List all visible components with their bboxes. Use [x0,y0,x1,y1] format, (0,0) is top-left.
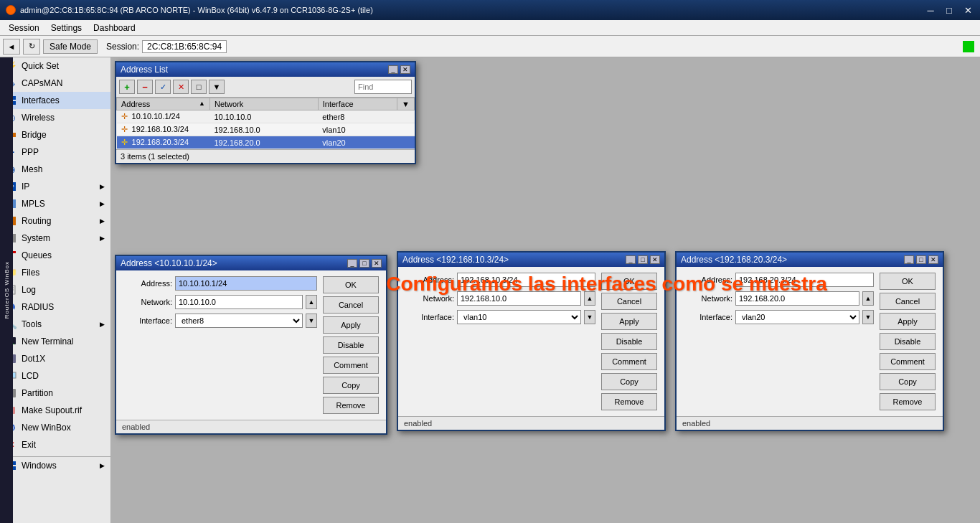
maximize-btn[interactable]: □ [638,255,648,264]
minimize-btn[interactable]: _ [904,255,914,264]
interface-select[interactable]: vlan20 [735,310,859,324]
sidebar-item-mesh[interactable]: ◉ Mesh [0,161,110,178]
sidebar-item-dot1x[interactable]: Dot1X [0,350,110,367]
sidebar-item-bridge[interactable]: Bridge [0,126,110,143]
table-row[interactable]: ✛ 192.168.20.3/24 192.168.20.0 vlan20 [117,136,415,149]
sidebar-item-log[interactable]: Log [0,281,110,298]
address-input[interactable] [735,273,874,287]
sidebar-item-ip[interactable]: IP IP ▶ [0,178,110,195]
sidebar-item-quickset[interactable]: ⚡ Quick Set [0,57,110,75]
mpls-arrow: ▶ [100,200,105,207]
sidebar-item-lcd[interactable]: LCD [0,367,110,385]
back-button[interactable]: ◄ [3,39,20,55]
disable-address-button[interactable]: ✕ [173,80,189,94]
maximize-button[interactable]: □ [943,5,956,16]
apply-button[interactable]: Apply [601,313,657,330]
address-input[interactable] [175,276,317,291]
remove-button[interactable]: Remove [323,397,379,414]
addr-edit-1-titlebar[interactable]: Address <10.10.10.1/24> _ □ ✕ [116,256,386,270]
menu-dashboard[interactable]: Dashboard [88,22,141,34]
close-btn[interactable]: ✕ [928,255,938,264]
sidebar-item-system[interactable]: System ▶ [0,230,110,247]
sidebar-item-mpls[interactable]: MPLS ▶ [0,195,110,212]
addr-edit-2-title: Address <192.168.10.3/24> [402,255,509,265]
disable-button[interactable]: Disable [323,336,379,354]
comment-button[interactable]: Comment [880,353,936,370]
sidebar-item-capsman[interactable]: ◈ CAPsMAN [0,75,110,92]
close-btn[interactable]: ✕ [400,65,410,74]
interface-down-arrow[interactable]: ▼ [862,310,874,324]
close-btn[interactable]: ✕ [650,255,660,264]
network-up-arrow[interactable]: ▲ [306,295,317,309]
cancel-button[interactable]: Cancel [880,293,936,310]
address-input[interactable] [457,273,595,287]
maximize-btn[interactable]: □ [916,255,926,264]
copy-button[interactable]: Copy [880,373,936,390]
sidebar-item-routing[interactable]: Routing ▶ [0,212,110,230]
sidebar-item-makesupout[interactable]: Make Supout.rif [0,402,110,419]
remove-address-button[interactable]: − [137,80,153,94]
addr-edit-2-titlebar[interactable]: Address <192.168.10.3/24> _ □ ✕ [398,253,664,267]
comment-button[interactable]: Comment [601,353,657,370]
ok-button[interactable]: OK [323,276,379,293]
sidebar-item-tools[interactable]: 🔧 Tools ▶ [0,316,110,333]
addr-edit-3-body: Address: Network: ▲ Interface: vlan20 ▼ [677,267,943,416]
cancel-button[interactable]: Cancel [323,296,379,314]
comment-button[interactable]: Comment [323,357,379,374]
copy-address-button[interactable]: □ [191,80,207,94]
enable-address-button[interactable]: ✓ [155,80,171,94]
address-search-input[interactable] [354,80,412,94]
ok-button[interactable]: OK [880,273,936,290]
minimize-btn[interactable]: _ [388,65,398,74]
network-input[interactable] [457,291,581,306]
table-row[interactable]: ✛ 10.10.10.1/24 10.10.10.0 ether8 [117,110,415,123]
minimize-btn[interactable]: _ [347,259,357,268]
sidebar-item-files[interactable]: 📁 Files [0,264,110,281]
safe-mode-button[interactable]: Safe Mode [43,39,98,54]
sidebar-item-newwinbox[interactable]: W New WinBox [0,419,110,436]
sidebar-item-newterminal[interactable]: >_ New Terminal [0,333,110,350]
interface-select[interactable]: ether8 [175,314,303,328]
network-up-arrow[interactable]: ▲ [584,291,595,306]
network-input[interactable] [735,291,859,306]
disable-button[interactable]: Disable [880,333,936,350]
maximize-btn[interactable]: □ [359,259,369,268]
sidebar-item-wireless[interactable]: ◎ Wireless [0,109,110,126]
interface-field-row: Interface: vlan20 ▼ [682,310,874,324]
menu-settings[interactable]: Settings [45,22,88,34]
sidebar-item-partition[interactable]: Partition [0,385,110,402]
add-address-button[interactable]: + [119,80,135,94]
filter-address-button[interactable]: ▼ [209,80,225,94]
interface-select[interactable]: vlan10 [457,310,581,324]
close-btn[interactable]: ✕ [372,259,382,268]
interface-down-arrow[interactable]: ▼ [306,314,317,328]
sidebar-item-windows[interactable]: Windows ▶ [0,456,110,474]
sidebar-item-ppp[interactable]: + PPP [0,143,110,161]
minimize-btn[interactable]: _ [626,255,636,264]
sidebar-item-label: Queues [22,250,52,260]
interface-down-arrow[interactable]: ▼ [584,310,595,324]
menu-session[interactable]: Session [3,22,45,34]
cancel-button[interactable]: Cancel [601,293,657,310]
minimize-button[interactable]: ─ [924,5,937,16]
ok-button[interactable]: OK [601,273,657,290]
apply-button[interactable]: Apply [880,313,936,330]
sidebar-item-interfaces[interactable]: Interfaces [0,92,110,109]
network-input[interactable] [175,295,303,309]
sidebar-item-exit[interactable]: ✕ Exit [0,436,110,453]
sidebar-item-radius[interactable]: RADIUS [0,298,110,316]
copy-button[interactable]: Copy [601,373,657,390]
table-row[interactable]: ✛ 192.168.10.3/24 192.168.10.0 vlan10 [117,123,415,136]
network-up-arrow[interactable]: ▲ [862,291,874,306]
address-list-title-bar[interactable]: Address List _ ✕ [116,62,415,77]
addr-edit-3-fields: Address: Network: ▲ Interface: vlan20 ▼ [682,273,874,410]
sidebar-item-queues[interactable]: Queues [0,247,110,264]
addr-edit-3-titlebar[interactable]: Address <192.168.20.3/24> _ □ ✕ [677,253,943,267]
apply-button[interactable]: Apply [323,316,379,334]
disable-button[interactable]: Disable [601,333,657,350]
copy-button[interactable]: Copy [323,377,379,394]
refresh-button[interactable]: ↻ [23,39,40,55]
remove-button[interactable]: Remove [601,393,657,410]
close-button[interactable]: ✕ [961,5,974,16]
remove-button[interactable]: Remove [880,393,936,410]
